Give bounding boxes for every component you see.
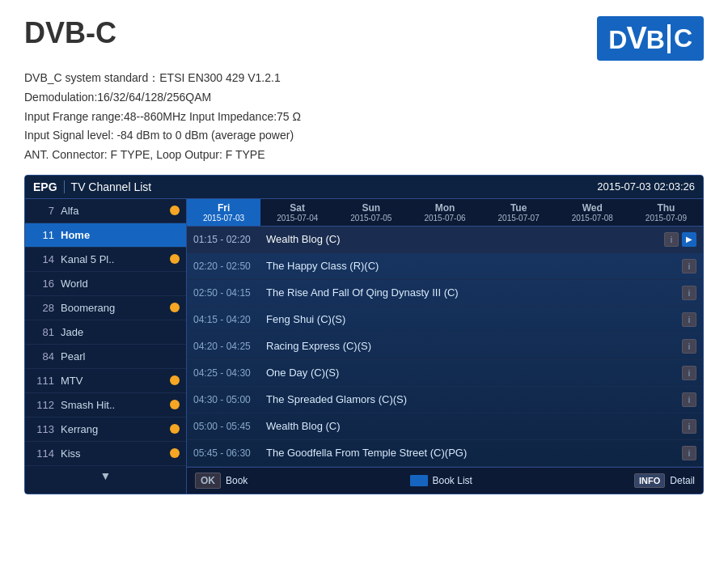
day-header-fri[interactable]: Fri 2015-07-03 [187,199,260,226]
channel-name: Kiss [61,447,167,460]
channel-item-7[interactable]: 7 Alfa [25,199,186,223]
play-icon[interactable]: ▶ [682,232,696,247]
detail-text: Detail [670,475,695,486]
day-date: 2015-07-06 [409,214,480,223]
time-slot: 02:50 - 04:15 [193,287,266,299]
spec-line-1: DVB_C system standard：ETSI EN300 429 V1.… [24,69,704,88]
channel-item-113[interactable]: 113 Kerrang [25,418,186,442]
channel-item-84[interactable]: 84 Pearl [25,345,186,369]
info-button[interactable]: INFO Detail [634,473,695,488]
channel-name: Home [61,229,180,241]
channel-name: Kerrang [61,423,167,435]
channel-item-14[interactable]: 14 Kanal 5 Pl.. [25,248,186,272]
epg-divider [64,180,65,193]
channel-item-16[interactable]: 16 World [25,272,186,296]
epg-bottombar: OK Book Book List INFO Detail [187,467,703,494]
book-text: Book [226,475,248,486]
info-icon[interactable]: i [682,446,696,460]
channel-num: 28 [32,302,54,314]
programme-title: The Rise And Fall Of Qing Dynasty III (C… [266,286,679,299]
channel-num: 16 [32,278,54,290]
programme-title: Wealth Blog (C) [266,233,661,245]
spec-line-5: ANT. Connector: F TYPE, Loop Outpur: F T… [24,146,704,165]
header: DVB-C DVB C [0,0,728,69]
info-icon[interactable]: i [682,392,696,407]
channel-dot [170,254,180,264]
day-header-tue[interactable]: Tue 2015-07-07 [482,199,556,226]
channel-name: Alfa [61,205,167,217]
channel-num: 111 [32,375,54,387]
epg-container: EPG TV Channel List 2015-07-03 02:03:26 … [24,175,704,494]
info-icon[interactable]: i [682,312,696,327]
channel-item-28[interactable]: 28 Boomerang [25,296,186,320]
channel-num: 81 [32,326,54,338]
programme-title: Racing Express (C)(S) [266,340,679,352]
programme-row-2[interactable]: 02:50 - 04:15 The Rise And Fall Of Qing … [187,280,703,307]
spec-line-2: Demodulation:16/32/64/128/256QAM [24,88,704,108]
programme-row-1[interactable]: 02:20 - 02:50 The Happy Class (R)(C) i [187,253,703,280]
spec-line-3: Input Frange range:48--860MHz Input Impe… [24,108,704,127]
info-icon[interactable]: i [664,232,679,247]
day-header-sat[interactable]: Sat 2015-07-04 [260,199,334,226]
day-name: Sun [336,202,406,214]
day-date: 2015-07-03 [188,214,259,223]
channel-list: 7 Alfa 11 Home 14 Kanal 5 Pl.. 16 World … [25,199,187,494]
day-date: 2015-07-07 [484,214,554,223]
day-name: Fri [188,202,259,214]
channel-name: Kanal 5 Pl.. [61,253,167,265]
channel-dot [170,424,180,434]
programme-section: Fri 2015-07-03 Sat 2015-07-04 Sun 2015-0… [187,199,703,494]
epg-label: EPG [33,180,57,193]
channel-name: Smash Hit.. [61,399,167,411]
programme-row-4[interactable]: 04:20 - 04:25 Racing Express (C)(S) i [187,333,703,360]
channel-item-111[interactable]: 111 MTV [25,369,186,393]
time-slot: 04:30 - 05:00 [193,394,266,405]
channel-item-114[interactable]: 114 Kiss [25,442,186,466]
channel-dot [170,375,180,385]
day-header-thu[interactable]: Thu 2015-07-09 [629,199,703,226]
channel-item-81[interactable]: 81 Jade [25,320,186,345]
epg-topbar: EPG TV Channel List 2015-07-03 02:03:26 [25,176,703,199]
programme-rows: 01:15 - 02:20 Wealth Blog (C) i ▶ 02:20 … [187,227,703,467]
ok-label: OK [195,473,221,489]
info-label: INFO [634,473,665,488]
book-list-square-icon [410,475,428,486]
info-icon[interactable]: i [682,286,696,300]
programme-title: The Happy Class (R)(C) [266,260,679,272]
channel-item-112[interactable]: 112 Smash Hit.. [25,393,186,418]
day-date: 2015-07-04 [262,214,332,223]
day-date: 2015-07-09 [631,214,701,223]
channel-dot [170,400,180,409]
scroll-down-arrow[interactable]: ▼ [25,466,186,485]
day-header-mon[interactable]: Mon 2015-07-06 [408,199,481,226]
programme-row-8[interactable]: 05:45 - 06:30 The Goodfella From Temple … [187,440,703,467]
dvb-logo-dv: DVB [608,25,664,54]
time-slot: 02:20 - 02:50 [193,261,266,272]
time-slot: 05:00 - 05:45 [193,421,266,432]
epg-datetime: 2015-07-03 02:03:26 [597,180,695,193]
time-slot: 01:15 - 02:20 [193,234,266,245]
day-date: 2015-07-08 [557,214,628,223]
programme-row-5[interactable]: 04:25 - 04:30 One Day (C)(S) i [187,360,703,387]
channel-num: 14 [32,253,54,265]
channel-item-11[interactable]: 11 Home [25,223,186,248]
channel-name: Boomerang [61,302,167,314]
day-header-sun[interactable]: Sun 2015-07-05 [334,199,408,226]
programme-title: The Spreaded Glamors (C)(S) [266,393,679,405]
chevron-down-icon: ▼ [100,469,112,482]
programme-row-6[interactable]: 04:30 - 05:00 The Spreaded Glamors (C)(S… [187,387,703,413]
info-icon[interactable]: i [682,259,696,273]
programme-row-0[interactable]: 01:15 - 02:20 Wealth Blog (C) i ▶ [187,227,703,253]
day-date: 2015-07-05 [336,214,406,223]
info-icon[interactable]: i [682,366,696,380]
info-icon[interactable]: i [682,339,696,354]
day-name: Thu [631,202,701,214]
day-header-wed[interactable]: Wed 2015-07-08 [556,199,629,226]
ok-button[interactable]: OK Book [195,473,248,489]
channel-num: 11 [32,229,54,241]
book-list-button[interactable]: Book List [410,475,472,486]
programme-row-3[interactable]: 04:15 - 04:20 Feng Shui (C)(S) i [187,307,703,333]
programme-row-7[interactable]: 05:00 - 05:45 Wealth Blog (C) i [187,413,703,440]
channel-num: 7 [32,205,54,217]
info-icon[interactable]: i [682,419,696,434]
